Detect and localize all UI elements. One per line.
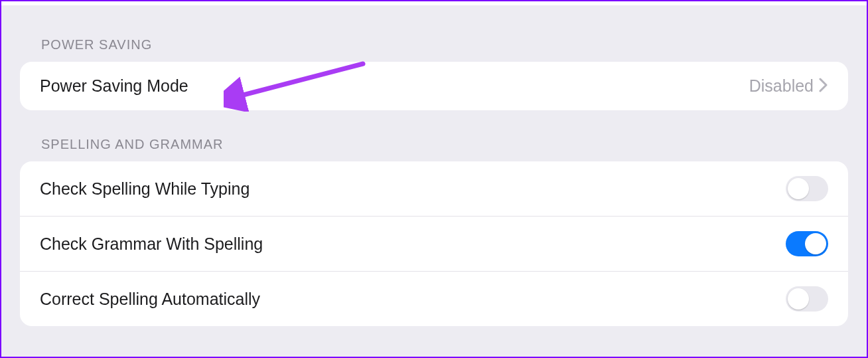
settings-panel: POWER SAVING Power Saving Mode Disabled … xyxy=(1,5,867,357)
chevron-right-icon xyxy=(819,77,828,96)
power-saving-mode-label: Power Saving Mode xyxy=(40,76,188,96)
correct-spelling-label: Correct Spelling Automatically xyxy=(40,290,260,309)
check-grammar-toggle[interactable] xyxy=(786,231,828,256)
section-header-spelling-grammar: SPELLING AND GRAMMAR xyxy=(20,110,848,161)
check-spelling-row: Check Spelling While Typing xyxy=(20,161,848,216)
correct-spelling-toggle[interactable] xyxy=(786,286,828,312)
power-saving-card: Power Saving Mode Disabled xyxy=(20,62,848,110)
spelling-grammar-card: Check Spelling While Typing Check Gramma… xyxy=(20,161,848,326)
check-spelling-toggle[interactable] xyxy=(786,176,828,201)
power-saving-mode-value: Disabled xyxy=(749,76,814,96)
correct-spelling-row: Correct Spelling Automatically xyxy=(20,271,848,326)
section-header-power-saving: POWER SAVING xyxy=(20,5,848,62)
check-spelling-label: Check Spelling While Typing xyxy=(40,179,250,199)
check-grammar-row: Check Grammar With Spelling xyxy=(20,216,848,271)
check-grammar-label: Check Grammar With Spelling xyxy=(40,234,263,254)
power-saving-mode-row[interactable]: Power Saving Mode Disabled xyxy=(20,62,848,110)
